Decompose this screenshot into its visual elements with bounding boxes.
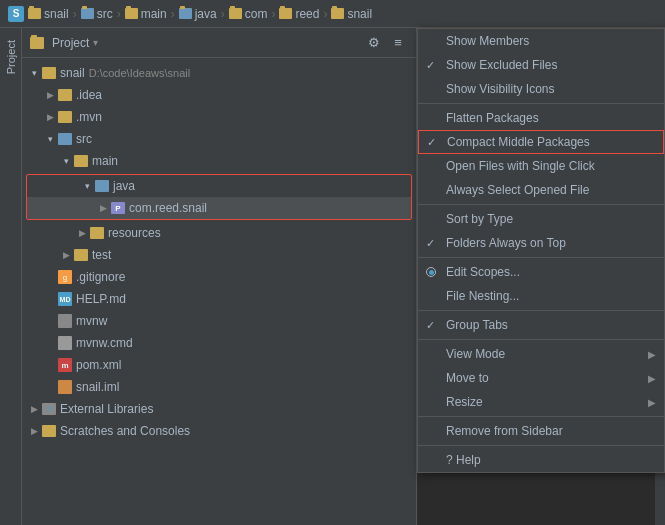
tree-item-resources[interactable]: ▶ resources <box>22 222 416 244</box>
tree-item-main[interactable]: ▾ main <box>22 150 416 172</box>
menu-label-view-mode: View Mode <box>446 347 505 361</box>
folder-icon-test <box>74 249 88 261</box>
check-show-excluded: ✓ <box>426 59 435 72</box>
tree-label-snail-path: D:\code\Ideaws\snail <box>89 67 191 79</box>
menu-item-folders-top[interactable]: ✓ Folders Always on Top <box>418 231 664 255</box>
menu-item-help[interactable]: ? Help <box>418 448 664 472</box>
folder-icon-main <box>74 155 88 167</box>
menu-item-open-single-click[interactable]: Open Files with Single Click <box>418 154 664 178</box>
menu-item-sort-type[interactable]: Sort by Type <box>418 207 664 231</box>
menu-item-file-nesting[interactable]: File Nesting... <box>418 284 664 308</box>
tree-item-ext-libs[interactable]: ▶ ≡ External Libraries <box>22 398 416 420</box>
tree-label-pom-xml: pom.xml <box>76 358 121 372</box>
tree-arrow-snail: ▾ <box>26 65 42 81</box>
menu-item-move-to[interactable]: Move to ▶ <box>418 366 664 390</box>
tree-item-mvn[interactable]: ▶ .mvn <box>22 106 416 128</box>
tree-arrow-ext-libs: ▶ <box>26 401 42 417</box>
menu-label-sort-type: Sort by Type <box>446 212 513 226</box>
panel-dropdown-icon[interactable]: ▾ <box>93 37 98 48</box>
tree-item-snail-iml[interactable]: ▶ snail.iml <box>22 376 416 398</box>
tree-label-resources: resources <box>108 226 161 240</box>
breadcrumb-snail2[interactable]: snail <box>331 7 372 21</box>
tree-label-java: java <box>113 179 135 193</box>
menu-label-show-visibility: Show Visibility Icons <box>446 82 555 96</box>
folder-icon-mvn <box>58 111 72 123</box>
menu-sep-5 <box>418 339 664 340</box>
title-bar: S snail › src › main › java › <box>0 0 665 28</box>
menu-item-compact-middle[interactable]: ✓ Compact Middle Packages <box>418 130 664 154</box>
menu-item-edit-scopes[interactable]: Edit Scopes... <box>418 260 664 284</box>
menu-item-resize[interactable]: Resize ▶ <box>418 390 664 414</box>
app-icon: S <box>8 6 24 22</box>
settings-button[interactable]: ⚙ <box>364 33 384 53</box>
tree-item-gitignore[interactable]: ▶ g .gitignore <box>22 266 416 288</box>
tree-item-src[interactable]: ▾ src <box>22 128 416 150</box>
breadcrumb-snail[interactable]: snail <box>28 7 69 21</box>
menu-label-move-to: Move to <box>446 371 489 385</box>
file-icon-snail-iml <box>58 380 72 394</box>
breadcrumb-folder-icon <box>28 8 41 19</box>
menu-label-always-select: Always Select Opened File <box>446 183 589 197</box>
tree-label-gitignore: .gitignore <box>76 270 125 284</box>
menu-sep-7 <box>418 445 664 446</box>
menu-label-open-single-click: Open Files with Single Click <box>446 159 595 173</box>
breadcrumb-java[interactable]: java <box>179 7 217 21</box>
tree-label-snail: snail <box>60 66 85 80</box>
tree-item-test[interactable]: ▶ test <box>22 244 416 266</box>
panel-folder-icon <box>30 37 44 49</box>
tree-item-snail-root[interactable]: ▾ snail D:\code\Ideaws\snail <box>22 62 416 84</box>
folder-icon-java <box>95 180 109 192</box>
check-group-tabs: ✓ <box>426 319 435 332</box>
app-window: S snail › src › main › java › <box>0 0 665 525</box>
tree-item-java[interactable]: ▾ java <box>27 175 411 197</box>
tree-arrow-mvn: ▶ <box>42 109 58 125</box>
menu-item-flatten[interactable]: Flatten Packages <box>418 106 664 130</box>
menu-sep-2 <box>418 204 664 205</box>
tree-arrow-idea: ▶ <box>42 87 58 103</box>
menu-label-resize: Resize <box>446 395 483 409</box>
tree-label-test: test <box>92 248 111 262</box>
breadcrumb-src[interactable]: src <box>81 7 113 21</box>
tree-arrow-com-reed: ▶ <box>95 200 111 216</box>
tree-item-idea[interactable]: ▶ .idea <box>22 84 416 106</box>
tree-item-com-reed-snail[interactable]: ▶ P com.reed.snail <box>27 197 411 219</box>
menu-item-show-visibility[interactable]: Show Visibility Icons <box>418 77 664 101</box>
breadcrumb-reed[interactable]: reed <box>279 7 319 21</box>
tree-label-idea: .idea <box>76 88 102 102</box>
tree-arrow-resources: ▶ <box>74 225 90 241</box>
breadcrumb-label-java: java <box>195 7 217 21</box>
tree-label-mvn: .mvn <box>76 110 102 124</box>
menu-item-view-mode[interactable]: View Mode ▶ <box>418 342 664 366</box>
project-tab-label[interactable]: Project <box>3 32 19 82</box>
breadcrumb-label-reed: reed <box>295 7 319 21</box>
side-panel-tab[interactable]: Project <box>0 28 22 525</box>
tree-item-scratches[interactable]: ▶ Scratches and Consoles <box>22 420 416 442</box>
check-compact-middle: ✓ <box>427 136 436 149</box>
arrow-move-to: ▶ <box>648 373 656 384</box>
folder-icon-idea <box>58 89 72 101</box>
breadcrumb-main[interactable]: main <box>125 7 167 21</box>
tree-item-mvnw-cmd[interactable]: ▶ mvnw.cmd <box>22 332 416 354</box>
file-icon-pom-xml: m <box>58 358 72 372</box>
breadcrumb-com[interactable]: com <box>229 7 268 21</box>
menu-item-group-tabs[interactable]: ✓ Group Tabs <box>418 313 664 337</box>
menu-label-edit-scopes: Edit Scopes... <box>446 265 520 279</box>
menu-item-always-select[interactable]: Always Select Opened File <box>418 178 664 202</box>
tree-item-pom-xml[interactable]: ▶ m pom.xml <box>22 354 416 376</box>
menu-item-show-members[interactable]: Show Members <box>418 29 664 53</box>
breadcrumb-label-snail2: snail <box>347 7 372 21</box>
package-icon-com-reed: P <box>111 202 125 214</box>
menu-item-remove-sidebar[interactable]: Remove from Sidebar <box>418 419 664 443</box>
tree-item-help-md[interactable]: ▶ MD HELP.md <box>22 288 416 310</box>
tree-label-com-reed: com.reed.snail <box>129 201 207 215</box>
menu-sep-6 <box>418 416 664 417</box>
breadcrumb-label-main: main <box>141 7 167 21</box>
tree-label-ext-libs: External Libraries <box>60 402 153 416</box>
layout-button[interactable]: ≡ <box>388 33 408 53</box>
menu-item-show-excluded[interactable]: ✓ Show Excluded Files <box>418 53 664 77</box>
breadcrumb-label-snail: snail <box>44 7 69 21</box>
folder-icon-resources <box>90 227 104 239</box>
tree-item-mvnw[interactable]: ▶ mvnw <box>22 310 416 332</box>
highlight-box-java: ▾ java ▶ P com.reed.snail <box>26 174 412 220</box>
folder-icon-src <box>58 133 72 145</box>
